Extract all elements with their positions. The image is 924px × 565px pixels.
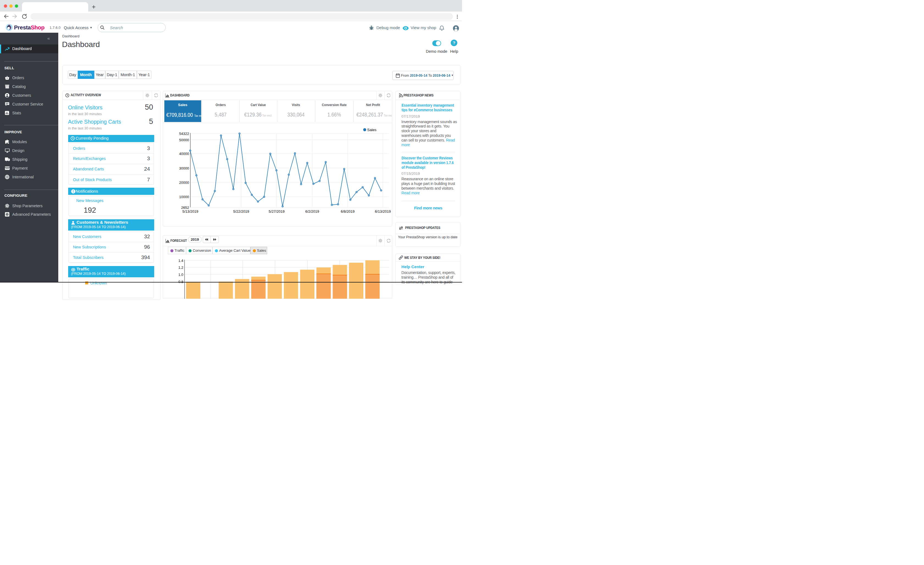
svg-text:5/22/2019: 5/22/2019 (233, 210, 249, 214)
svg-text:2652: 2652 (181, 205, 189, 210)
svg-text:30000: 30000 (179, 166, 189, 170)
svg-text:10000: 10000 (179, 195, 189, 199)
svg-text:5/27/2019: 5/27/2019 (268, 210, 285, 214)
svg-text:6/2/2019: 6/2/2019 (305, 210, 319, 214)
svg-text:1.0: 1.0 (178, 272, 183, 276)
svg-text:54322: 54322 (179, 132, 189, 136)
svg-text:50000: 50000 (179, 138, 189, 142)
svg-text:20000: 20000 (179, 181, 189, 185)
svg-text:Sales: Sales (367, 128, 376, 132)
svg-text:1.4: 1.4 (178, 258, 183, 262)
svg-text:1.2: 1.2 (178, 265, 183, 270)
svg-text:5/13/2019: 5/13/2019 (182, 210, 198, 214)
svg-text:6/8/2019: 6/8/2019 (340, 210, 354, 214)
svg-text:40000: 40000 (179, 152, 189, 156)
svg-text:6/13/2019: 6/13/2019 (375, 210, 391, 214)
